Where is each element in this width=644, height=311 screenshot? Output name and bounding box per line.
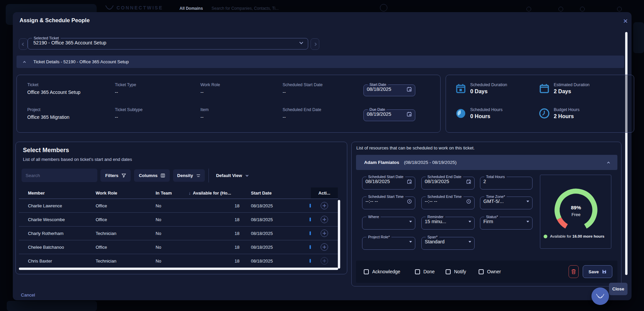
- gauge-percent: 89%: [571, 205, 581, 210]
- calendar-icon[interactable]: [466, 179, 471, 184]
- connectwise-mark-icon: [595, 293, 605, 300]
- add-member-icon[interactable]: [321, 216, 328, 223]
- resources-note: List of resources that can be scheduled …: [356, 145, 475, 150]
- calendar-icon[interactable]: [407, 179, 412, 184]
- close-icon[interactable]: ✕: [621, 17, 630, 26]
- ticket-details-accordion-bar[interactable]: Ticket Details - 52190 - Office 365 Acco…: [17, 56, 624, 68]
- span-select[interactable]: Span* Standard: [421, 235, 475, 250]
- reminder-select[interactable]: Reminder 15 minu...: [421, 215, 475, 230]
- add-member-icon[interactable]: [321, 257, 328, 265]
- header-actions: Acti...: [311, 187, 338, 199]
- background-card-bottomleft: [7, 301, 97, 311]
- checkbox-icon: [446, 269, 451, 274]
- due-date-label: Due Date: [368, 107, 387, 111]
- columns-button[interactable]: Columns: [134, 169, 170, 182]
- previous-ticket-button[interactable]: [19, 38, 28, 50]
- chevron-right-icon: [313, 42, 317, 46]
- nav-ghost-icon-1: [526, 7, 531, 11]
- cell-member: Chelee Batchanoo: [28, 245, 96, 250]
- members-title: Select Members: [23, 147, 69, 154]
- filters-button[interactable]: Filters: [100, 169, 131, 182]
- connectwise-wordmark: CONNECTWISE: [117, 5, 163, 10]
- default-view-dropdown[interactable]: Default View: [212, 169, 251, 182]
- cell-member: Charlie Lawrence: [28, 203, 96, 208]
- columns-icon: [161, 173, 165, 178]
- header-in-team[interactable]: In Team: [156, 191, 189, 196]
- owner-checkbox[interactable]: Owner: [479, 261, 501, 283]
- scheduled-start-date-input[interactable]: Scheduled Start Date 08/18/2025: [362, 175, 415, 189]
- calendar-icon[interactable]: [407, 111, 412, 117]
- start-date-input[interactable]: Start Date 08/18/2025: [363, 82, 415, 96]
- cell-work-role: Technician: [96, 231, 156, 236]
- density-button[interactable]: Density: [173, 169, 205, 182]
- header-start-date[interactable]: Start Date: [244, 191, 311, 196]
- table-row[interactable]: Charlie Wescombe Office No 18 08/18/2025: [19, 213, 338, 227]
- columns-label: Columns: [139, 173, 158, 178]
- table-row[interactable]: Charly Rotherham Technician No 18 08/18/…: [19, 227, 338, 240]
- input-value: 08/19/2025: [425, 179, 449, 184]
- clock-outline-icon: [539, 108, 550, 119]
- scheduled-end-date-input[interactable]: Scheduled End Date 08/19/2025: [421, 175, 475, 189]
- dropdown-caret-icon: [409, 221, 412, 222]
- clock-icon[interactable]: [407, 199, 412, 204]
- field-work-role: Work Role --: [200, 82, 220, 95]
- summary-scheduled-duration: Scheduled Duration 0 Days: [455, 82, 507, 95]
- calendar-icon[interactable]: [407, 87, 412, 92]
- header-available-for[interactable]: ↓ Available for (Ho...: [189, 191, 244, 196]
- input-value: Standard: [425, 239, 445, 244]
- field-value: --: [115, 114, 142, 120]
- close-button[interactable]: Close: [609, 283, 627, 295]
- add-member-icon[interactable]: [321, 202, 328, 209]
- notify-checkbox[interactable]: Notify: [446, 261, 466, 283]
- total-hours-input[interactable]: Total Hours 2: [480, 175, 533, 189]
- toolbar-divider: [208, 169, 209, 182]
- screen: CONNECTWISE All Domains Search for Compa…: [0, 0, 644, 311]
- field-ticket-subtype: Ticket Subtype --: [115, 107, 142, 120]
- chevron-up-icon: [607, 162, 610, 164]
- add-member-icon[interactable]: [321, 243, 328, 251]
- field-value: --: [200, 90, 220, 95]
- acknowledge-checkbox[interactable]: Acknowledge: [364, 261, 400, 283]
- connectwise-assistant-button[interactable]: [591, 287, 609, 305]
- scheduled-end-time-input[interactable]: Scheduled End Time --:-- --: [421, 195, 475, 209]
- header-member[interactable]: Member: [28, 191, 96, 196]
- truncated-column-sliver: [310, 232, 311, 235]
- time-zone-select[interactable]: Time Zone* GMT-5/...: [480, 195, 533, 209]
- header-work-role[interactable]: Work Role: [96, 191, 156, 196]
- gauge-free-label: Free: [572, 212, 581, 217]
- save-button[interactable]: Save: [583, 265, 612, 278]
- checkbox-icon: [415, 269, 420, 274]
- member-search-input[interactable]: [26, 173, 93, 178]
- resource-name: Adam Flamiatos: [364, 160, 399, 165]
- status-select[interactable]: Status* Firm: [480, 215, 533, 230]
- sort-descending-icon[interactable]: ↓: [189, 191, 191, 196]
- done-checkbox[interactable]: Done: [415, 261, 434, 283]
- cancel-link[interactable]: Cancel: [21, 292, 35, 298]
- table-horizontal-scrollbar[interactable]: [19, 268, 338, 270]
- modal-vertical-scrollbar[interactable]: [625, 32, 627, 275]
- input-value: 08/18/2025: [365, 179, 390, 184]
- clock-icon[interactable]: [466, 199, 471, 204]
- where-select[interactable]: Where: [362, 215, 415, 230]
- input-label: Span*: [426, 235, 439, 239]
- dropdown-caret-icon: [409, 241, 412, 243]
- dropdown-caret-icon: [526, 221, 529, 222]
- scheduled-start-time-input[interactable]: Scheduled Start Time --:-- --: [362, 195, 415, 209]
- cell-available: 18: [189, 217, 244, 222]
- selected-ticket-select[interactable]: Selected Ticket 52190 - Office 365 Accou…: [28, 36, 308, 49]
- density-label: Density: [177, 173, 193, 178]
- due-date-input[interactable]: Due Date 08/19/2025: [363, 107, 415, 121]
- table-row[interactable]: Chris Baxter Technician No 18 08/18/2025: [19, 254, 338, 268]
- checkbox-icon: [364, 269, 369, 274]
- table-vertical-scrollbar[interactable]: [338, 200, 340, 269]
- cell-actions: [311, 240, 338, 254]
- project-role-select[interactable]: Project Role*: [362, 235, 415, 250]
- delete-resource-button[interactable]: [569, 265, 579, 278]
- table-row[interactable]: Charlie Lawrence Office No 18 08/18/2025: [19, 199, 338, 213]
- add-member-icon[interactable]: [321, 230, 328, 237]
- dropdown-caret-icon: [469, 241, 471, 243]
- table-row[interactable]: Chelee Batchanoo Office No 18 08/18/2025: [19, 240, 338, 254]
- dropdown-caret-icon: [469, 221, 471, 222]
- next-ticket-button[interactable]: [311, 38, 319, 50]
- resource-accordion-header[interactable]: Adam Flamiatos (08/18/2025 - 08/19/2025): [356, 155, 617, 170]
